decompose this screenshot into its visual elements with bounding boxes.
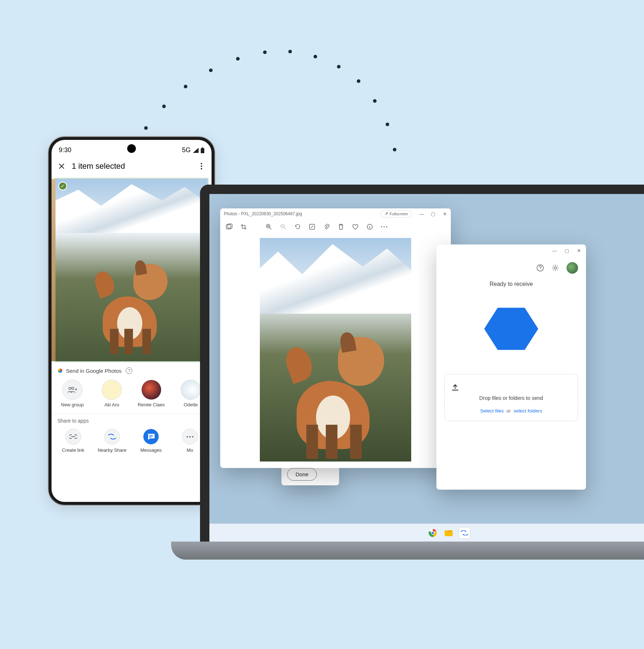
svg-point-7 xyxy=(187,436,188,437)
app-label: Messages xyxy=(140,447,161,453)
svg-point-9 xyxy=(192,436,194,437)
app-label: Nearby Share xyxy=(98,447,126,453)
minimize-icon[interactable]: — xyxy=(419,211,424,217)
contacts-row: New group Aki Aro Renée Claes Odette xyxy=(52,378,212,414)
svg-point-6 xyxy=(72,387,74,389)
app-label: Create link xyxy=(62,447,84,453)
drop-text: Drop files or folders to send xyxy=(451,395,571,401)
more-horizontal-icon[interactable] xyxy=(380,223,388,231)
svg-point-3 xyxy=(201,165,202,167)
contact-new-group[interactable]: New group xyxy=(57,380,88,407)
nearby-share-window: — ▢ ✕ Ready to receive Drop files or fo xyxy=(436,244,586,490)
svg-point-17 xyxy=(383,226,385,227)
contact-label: Odette xyxy=(184,402,198,407)
avatar xyxy=(141,380,161,400)
app-create-link[interactable]: Create link xyxy=(57,429,89,453)
more-icon[interactable] xyxy=(196,161,206,171)
drop-zone[interactable]: Drop files or folders to send Select fil… xyxy=(444,374,578,421)
phone-device: 9:30 5G 1 item selected ✓ xyxy=(49,137,214,505)
help-icon[interactable]: ? xyxy=(126,367,132,374)
svg-point-5 xyxy=(69,387,71,389)
collection-icon[interactable] xyxy=(225,223,233,231)
check-icon: ✓ xyxy=(58,182,67,190)
photo-viewer[interactable] xyxy=(260,238,411,462)
files-icon[interactable] xyxy=(443,527,454,538)
svg-point-18 xyxy=(386,226,387,227)
nearby-share-taskbar-icon[interactable] xyxy=(459,527,470,538)
selection-appbar: 1 item selected xyxy=(52,157,212,176)
maximize-icon[interactable]: ▢ xyxy=(565,248,569,253)
device-hexagon-icon xyxy=(484,305,538,352)
delete-icon[interactable] xyxy=(337,223,345,231)
contact-label: Aki Aro xyxy=(105,402,119,407)
svg-point-8 xyxy=(189,436,191,437)
window-titlebar[interactable]: Photos - PXL_20220630_202506487.jpg Full… xyxy=(220,208,451,219)
group-icon xyxy=(62,380,83,400)
select-folders-link[interactable]: select folders xyxy=(514,408,542,414)
zoom-in-icon[interactable] xyxy=(265,223,273,231)
attach-icon[interactable] xyxy=(323,223,330,231)
info-icon[interactable] xyxy=(366,223,374,231)
dog-illustration xyxy=(96,253,168,347)
svg-point-4 xyxy=(201,168,202,169)
heart-icon[interactable] xyxy=(351,223,359,231)
selected-photo[interactable]: ✓ xyxy=(54,178,209,362)
contact-renee-claes[interactable]: Renée Claes xyxy=(136,380,167,407)
svg-point-20 xyxy=(554,267,556,269)
battery-icon xyxy=(201,147,204,153)
link-icon xyxy=(65,429,81,445)
svg-point-23 xyxy=(431,531,434,534)
share-header-icons xyxy=(436,257,586,279)
avatar xyxy=(181,380,201,400)
close-icon[interactable]: ✕ xyxy=(577,248,581,253)
status-time: 9:30 xyxy=(59,146,71,154)
minimize-icon[interactable]: — xyxy=(552,248,557,253)
google-photos-icon xyxy=(57,368,63,374)
zoom-out-icon[interactable] xyxy=(279,223,287,231)
fullscreen-button[interactable]: Fullscreen xyxy=(381,210,412,217)
messages-icon xyxy=(143,429,159,445)
send-google-photos-label: Send in Google Photos xyxy=(66,368,121,374)
maximize-icon[interactable]: ▢ xyxy=(431,211,436,217)
photos-window: Photos - PXL_20220630_202506487.jpg Full… xyxy=(220,208,451,468)
contact-label: Renée Claes xyxy=(138,402,165,407)
window-controls: — ▢ ✕ xyxy=(436,244,586,257)
app-messages[interactable]: Messages xyxy=(135,429,167,453)
select-files-link[interactable]: Select files xyxy=(480,408,504,414)
app-label: Mo xyxy=(187,447,193,453)
crop-icon[interactable] xyxy=(240,223,248,231)
select-row: Select files or select folders xyxy=(451,408,571,414)
more-horizontal-icon xyxy=(182,429,198,445)
nearby-share-icon xyxy=(104,429,120,445)
laptop-device: Done Photos - PXL_20220630_202506487.jpg… xyxy=(200,185,644,574)
share-apps-label: Share to apps xyxy=(57,418,206,424)
contact-aki-aro[interactable]: Aki Aro xyxy=(96,380,128,407)
chrome-icon[interactable] xyxy=(427,527,438,538)
upload-icon xyxy=(451,384,571,392)
laptop-base xyxy=(171,542,644,560)
avatar xyxy=(102,380,122,400)
dog-illustration xyxy=(287,323,384,449)
contact-label: New group xyxy=(61,402,84,407)
done-button[interactable]: Done xyxy=(287,468,317,481)
gear-icon[interactable] xyxy=(551,264,559,272)
or-text: or xyxy=(506,408,511,414)
selection-title: 1 item selected xyxy=(72,162,191,171)
svg-point-16 xyxy=(381,226,382,227)
phone-statusbar: 9:30 5G xyxy=(52,140,212,157)
taskbar xyxy=(209,524,644,542)
rotate-icon[interactable] xyxy=(294,223,302,231)
edit-icon[interactable] xyxy=(308,223,316,231)
close-icon[interactable] xyxy=(57,161,67,171)
send-google-photos-row[interactable]: Send in Google Photos ? xyxy=(52,362,212,378)
status-network: 5G xyxy=(182,146,191,154)
app-nearby-share[interactable]: Nearby Share xyxy=(96,429,128,453)
profile-avatar[interactable] xyxy=(567,262,578,274)
svg-point-2 xyxy=(201,163,202,164)
svg-rect-1 xyxy=(202,147,203,148)
fullscreen-label: Fullscreen xyxy=(390,212,408,216)
svg-rect-0 xyxy=(201,148,204,153)
close-icon[interactable]: ✕ xyxy=(442,211,447,217)
signal-icon xyxy=(193,148,199,153)
help-icon[interactable] xyxy=(536,264,544,272)
